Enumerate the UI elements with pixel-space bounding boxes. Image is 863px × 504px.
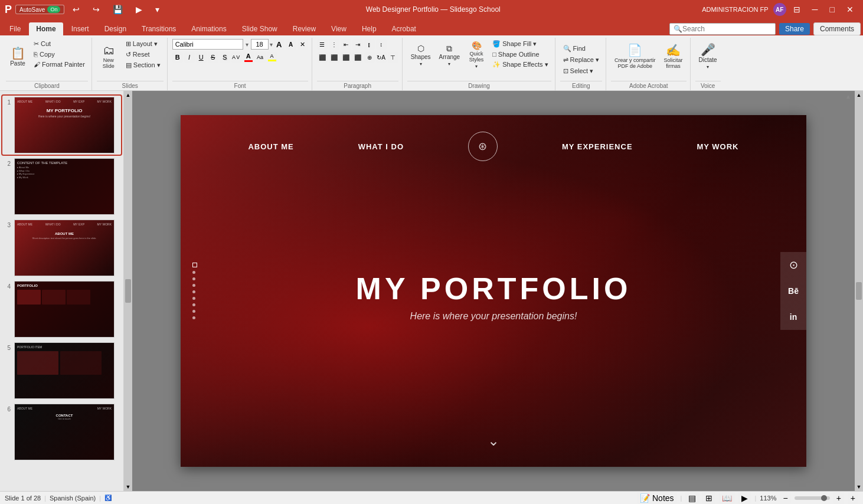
slide-item-3[interactable]: 3 ABOUT ME WHAT I DO MY EXP MY WORK ABOU… xyxy=(2,218,121,277)
autosave-state[interactable]: On xyxy=(47,6,60,13)
present-button[interactable]: ▶ xyxy=(131,2,147,17)
cut-button[interactable]: ✂ Cut xyxy=(31,39,88,49)
find-button[interactable]: 🔍 Find xyxy=(560,44,589,54)
line-spacing-button[interactable]: ↕ xyxy=(376,39,387,50)
zoom-out-button[interactable]: − xyxy=(780,492,790,504)
slide-item-1[interactable]: 1 ABOUT ME WHAT I DO MY EXP MY WORK MY P… xyxy=(2,96,121,155)
nav-item-work[interactable]: MY WORK xyxy=(697,142,738,151)
font-name-input[interactable] xyxy=(172,39,243,50)
scroll-up-icon[interactable]: ▲ xyxy=(126,92,131,98)
maximize-button[interactable]: □ xyxy=(825,2,839,17)
columns-button[interactable]: ⫿ xyxy=(364,39,375,50)
tab-transitions[interactable]: Transitions xyxy=(135,22,183,35)
slide-item-2[interactable]: 2 CONTENT OF THE TEMPLATE ▸ About Me ▸ W… xyxy=(2,157,121,216)
shadow-button[interactable]: S xyxy=(220,52,230,63)
left-scrollbar[interactable]: ▲ ▼ xyxy=(124,91,132,491)
linkedin-button[interactable]: in xyxy=(780,304,806,330)
increase-indent-button[interactable]: ⇥ xyxy=(352,39,363,50)
request-signatures-button[interactable]: ✍ Solicitarfirmas xyxy=(661,39,687,74)
zoom-in-button[interactable]: + xyxy=(833,492,844,504)
right-scrollbar[interactable]: ▲ ▼ xyxy=(855,91,863,491)
slide-item-6[interactable]: 6 ABOUT ME MY WORK CONTACT Get in touch xyxy=(2,402,121,462)
redo-button[interactable]: ↪ xyxy=(88,2,104,17)
search-input[interactable] xyxy=(682,25,772,33)
tab-view[interactable]: View xyxy=(324,22,354,35)
dictate-button[interactable]: 🎤 Dictate ▾ xyxy=(695,39,721,74)
arrange-button[interactable]: ⧉ Arrange ▾ xyxy=(436,39,464,71)
tab-file[interactable]: File xyxy=(2,22,28,35)
font-color-button[interactable]: A xyxy=(243,52,254,63)
bullets-button[interactable]: ☰ xyxy=(317,39,328,50)
slide-sorter-button[interactable]: ⊞ xyxy=(702,492,715,504)
scroll-thumb[interactable] xyxy=(125,279,131,303)
ribbon-display-btn[interactable]: ⊟ xyxy=(789,2,805,17)
copy-button[interactable]: ⎘ Copy xyxy=(31,50,88,59)
slide-main-subtitle[interactable]: Here is where your presentation begins! xyxy=(356,311,632,322)
search-box[interactable]: 🔍 xyxy=(669,23,776,35)
tab-insert[interactable]: Insert xyxy=(64,22,96,35)
reset-button[interactable]: ↺ Reset xyxy=(123,50,164,60)
format-painter-button[interactable]: 🖌 Format Painter xyxy=(31,60,88,69)
numbering-button[interactable]: ⋮ xyxy=(329,39,339,50)
scroll-down-chevron[interactable]: ⌄ xyxy=(488,433,499,449)
decrease-indent-button[interactable]: ⇤ xyxy=(341,39,351,50)
tab-help[interactable]: Help xyxy=(355,22,384,35)
slide-main-title[interactable]: MY PORTFOLIO xyxy=(356,271,632,306)
save-button[interactable]: 💾 xyxy=(108,2,128,17)
tab-animations[interactable]: Animations xyxy=(184,22,233,35)
tab-design[interactable]: Design xyxy=(97,22,133,35)
slideshow-view-button[interactable]: ▶ xyxy=(738,492,751,504)
bold-button[interactable]: B xyxy=(172,52,183,63)
font-size-arrow[interactable]: ▾ xyxy=(270,41,273,48)
user-avatar[interactable]: AF xyxy=(773,3,786,16)
dribbble-button[interactable]: ⊙ xyxy=(780,252,806,278)
autosave-badge[interactable]: AutoSave On xyxy=(15,5,64,14)
text-direction-button[interactable]: ↻A xyxy=(376,52,387,63)
normal-view-button[interactable]: ▤ xyxy=(685,492,699,504)
strikethrough-button[interactable]: S xyxy=(208,52,218,63)
scroll-down-icon[interactable]: ▼ xyxy=(126,484,131,490)
behance-button[interactable]: Bē xyxy=(780,278,806,304)
customize-qat[interactable]: ▾ xyxy=(151,2,164,17)
align-right-button[interactable]: ⬛ xyxy=(341,52,351,63)
close-button[interactable]: ✕ xyxy=(842,2,858,17)
font-name-arrow[interactable]: ▾ xyxy=(244,41,250,48)
right-scroll-up-icon[interactable]: ▲ xyxy=(857,92,862,98)
quick-styles-button[interactable]: 🎨 QuickStyles ▾ xyxy=(465,39,488,71)
font-size-input[interactable] xyxy=(251,39,269,50)
align-left-button[interactable]: ⬛ xyxy=(317,52,328,63)
zoom-slider[interactable] xyxy=(795,496,830,500)
nav-item-experience[interactable]: MY EXPERIENCE xyxy=(562,142,633,151)
fit-button[interactable]: + xyxy=(848,492,858,504)
share-button[interactable]: Share xyxy=(779,23,810,35)
char-spacing-button[interactable]: AV xyxy=(231,52,242,63)
nav-item-about[interactable]: ABOUT ME xyxy=(248,142,293,151)
nav-item-what[interactable]: WHAT I DO xyxy=(358,142,404,151)
tab-home[interactable]: Home xyxy=(29,22,63,35)
justify-button[interactable]: ⬛ xyxy=(352,52,363,63)
italic-button[interactable]: I xyxy=(184,52,195,63)
right-scroll-thumb[interactable] xyxy=(856,282,862,300)
create-pdf-button[interactable]: 📄 Crear y compartirPDF de Adobe xyxy=(611,39,659,74)
undo-button[interactable]: ↩ xyxy=(68,2,84,17)
section-button[interactable]: ▤ Section ▾ xyxy=(123,60,164,70)
tab-slideshow[interactable]: Slide Show xyxy=(235,22,285,35)
paste-button[interactable]: 📋 Paste xyxy=(6,39,30,74)
shape-fill-button[interactable]: 🪣 Shape Fill ▾ xyxy=(489,39,551,49)
select-button[interactable]: ⊡ Select ▾ xyxy=(560,66,597,76)
tab-acrobat[interactable]: Acrobat xyxy=(385,22,423,35)
convert-smartart-button[interactable]: ⊕ xyxy=(364,52,375,63)
notes-button[interactable]: 📝 Notes xyxy=(637,492,676,504)
text-case-button[interactable]: Aa xyxy=(255,52,266,63)
align-center-button[interactable]: ⬛ xyxy=(329,52,339,63)
new-slide-button[interactable]: 🗂 NewSlide xyxy=(97,39,120,74)
ribbon-collapse-button[interactable]: ▲ xyxy=(845,93,851,100)
font-grow-button[interactable]: A xyxy=(274,39,285,50)
comments-button[interactable]: Comments xyxy=(813,22,861,35)
reading-view-button[interactable]: 📖 xyxy=(719,492,735,504)
layout-button[interactable]: ⊞ Layout ▾ xyxy=(123,39,164,49)
highlight-button[interactable]: A xyxy=(267,52,277,63)
replace-button[interactable]: ⇌ Replace ▾ xyxy=(560,55,602,65)
shape-outline-button[interactable]: □ Shape Outline xyxy=(489,50,551,59)
slide-item-5[interactable]: 5 PORTFOLIO ITEM xyxy=(2,341,121,400)
